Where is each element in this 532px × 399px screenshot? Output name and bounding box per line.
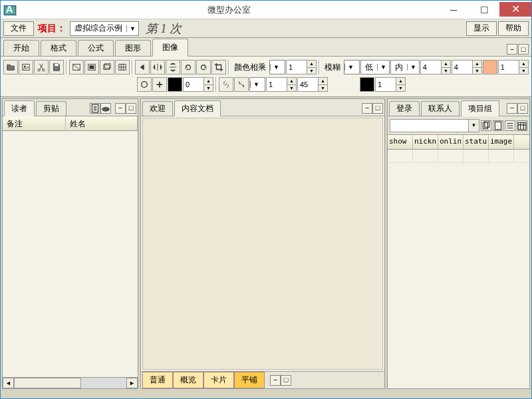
maximize-button[interactable]: ☐ bbox=[469, 2, 499, 18]
scroll-left-icon[interactable]: ◄ bbox=[3, 378, 14, 388]
col-nickname[interactable]: nickn bbox=[413, 135, 438, 149]
blur-combo[interactable]: ▼ bbox=[344, 60, 360, 74]
blur-level-combo[interactable]: 低▼ bbox=[360, 60, 390, 74]
help-button[interactable]: 帮助 bbox=[498, 21, 529, 36]
tab-login[interactable]: 登录 bbox=[389, 101, 420, 116]
filter-combo[interactable]: ▼ bbox=[390, 119, 479, 132]
ribbon: 颜色相乘 ▼ ▲▼ 模糊 ▼ 低▼ 内▼ ▲▼ ▲▼ ▲▼ ▲▼ ▼ ▲▼ ▲▼… bbox=[1, 57, 531, 97]
doc-icon[interactable] bbox=[90, 103, 100, 114]
color-swatch-2[interactable] bbox=[168, 77, 182, 92]
col-name[interactable]: 姓名 bbox=[66, 116, 138, 130]
save-icon[interactable] bbox=[49, 60, 64, 74]
spinner-4a[interactable]: ▲▼ bbox=[420, 60, 451, 74]
view-max-button[interactable]: □ bbox=[281, 375, 291, 386]
svg-point-4 bbox=[38, 69, 41, 72]
calendar-icon[interactable] bbox=[517, 120, 527, 131]
tab-format[interactable]: 格式 bbox=[41, 40, 76, 56]
app-icon: A bbox=[3, 3, 17, 17]
contrast-icon[interactable] bbox=[69, 60, 84, 74]
open-icon[interactable] bbox=[3, 60, 18, 74]
view-normal[interactable]: 普通 bbox=[142, 372, 173, 388]
mid-min-button[interactable]: − bbox=[362, 103, 372, 114]
tab-start[interactable]: 开始 bbox=[3, 40, 39, 56]
mid-content bbox=[142, 118, 383, 370]
flip-h-icon[interactable] bbox=[150, 60, 165, 74]
dropdown-arrow-icon: ▼ bbox=[126, 25, 138, 32]
brightness-icon[interactable] bbox=[84, 60, 99, 74]
spinner-1a[interactable]: ▲▼ bbox=[498, 60, 529, 74]
spinner-0[interactable]: ▲▼ bbox=[183, 77, 213, 92]
svg-rect-6 bbox=[55, 64, 58, 66]
right-min-button[interactable]: − bbox=[507, 103, 517, 114]
right-content bbox=[388, 163, 529, 388]
circle-icon[interactable] bbox=[137, 77, 152, 92]
tab-image[interactable]: 图像 bbox=[152, 39, 188, 57]
color-swatch-1[interactable] bbox=[483, 60, 497, 74]
tab-clipboard[interactable]: 剪贴 bbox=[36, 101, 66, 116]
link-combo[interactable]: ▼ bbox=[249, 77, 265, 92]
col-status[interactable]: statu bbox=[464, 135, 489, 149]
minimize-button[interactable]: ─ bbox=[438, 2, 469, 18]
svg-point-13 bbox=[142, 82, 148, 88]
close-button[interactable]: ✕ bbox=[499, 2, 531, 17]
tab-formula[interactable]: 公式 bbox=[78, 40, 114, 56]
copy-icon[interactable] bbox=[481, 120, 491, 131]
paste-icon[interactable] bbox=[493, 120, 503, 131]
tab-content-doc[interactable]: 内容文档 bbox=[174, 100, 221, 116]
main-tabs: 开始 格式 公式 图形 图像 − □ bbox=[1, 38, 531, 57]
tab-project-group[interactable]: 项目组 bbox=[461, 100, 499, 116]
view-card[interactable]: 卡片 bbox=[203, 372, 234, 388]
right-panel: 登录 联系人 项目组 − □ ▼ show nickn onlin statu … bbox=[387, 98, 530, 389]
layer-icon[interactable] bbox=[100, 60, 114, 74]
spinner-4b[interactable]: ▲▼ bbox=[452, 60, 482, 74]
grid-icon[interactable] bbox=[115, 60, 130, 74]
inner-combo[interactable]: 内▼ bbox=[390, 60, 420, 74]
view-tabs: 普通 概览 卡片 平铺 − □ bbox=[141, 371, 384, 388]
left-table-header: 备注 姓名 bbox=[3, 116, 138, 131]
svg-rect-16 bbox=[483, 122, 487, 128]
display-button[interactable]: 显示 bbox=[466, 21, 497, 36]
rotate-cw-icon[interactable] bbox=[196, 60, 211, 74]
color-swatch-3[interactable] bbox=[360, 77, 374, 92]
tab-reader[interactable]: 读者 bbox=[4, 100, 35, 116]
plus-icon[interactable] bbox=[152, 77, 167, 92]
mid-max-button[interactable]: □ bbox=[372, 103, 383, 114]
play-icon[interactable] bbox=[135, 60, 150, 74]
flip-v-icon[interactable] bbox=[166, 60, 180, 74]
spinner-1b[interactable]: ▲▼ bbox=[266, 77, 297, 92]
color-mult-spinner[interactable]: ▲▼ bbox=[286, 60, 317, 74]
link-icon[interactable] bbox=[219, 77, 233, 92]
left-content bbox=[3, 131, 138, 377]
cut-icon[interactable] bbox=[34, 60, 49, 74]
panel-max-button[interactable]: □ bbox=[518, 44, 529, 55]
file-menu[interactable]: 文件 bbox=[3, 21, 34, 36]
col-online[interactable]: onlin bbox=[438, 135, 464, 149]
crop-icon[interactable] bbox=[211, 60, 226, 74]
left-min-button[interactable]: − bbox=[115, 103, 126, 114]
right-grid-header: show nickn onlin statu image bbox=[388, 135, 529, 150]
right-max-button[interactable]: □ bbox=[517, 103, 528, 114]
scroll-right-icon[interactable]: ► bbox=[126, 378, 138, 388]
image-icon[interactable] bbox=[19, 60, 33, 74]
col-image[interactable]: image bbox=[489, 135, 514, 149]
col-remark[interactable]: 备注 bbox=[3, 116, 66, 130]
view-min-button[interactable]: − bbox=[270, 375, 281, 386]
spinner-1c[interactable]: ▲▼ bbox=[375, 77, 406, 92]
spinner-45[interactable]: ▲▼ bbox=[297, 77, 328, 92]
view-overview[interactable]: 概览 bbox=[173, 372, 203, 388]
panel-min-button[interactable]: − bbox=[507, 44, 517, 55]
tab-welcome[interactable]: 欢迎 bbox=[142, 101, 173, 116]
tab-graphics[interactable]: 图形 bbox=[115, 40, 151, 56]
rotate-ccw-icon[interactable] bbox=[181, 60, 196, 74]
color-mult-combo[interactable]: ▼ bbox=[269, 60, 285, 74]
unlink-icon[interactable] bbox=[234, 77, 249, 92]
view-tile[interactable]: 平铺 bbox=[234, 372, 265, 388]
tab-contacts[interactable]: 联系人 bbox=[421, 101, 460, 116]
left-max-button[interactable]: □ bbox=[126, 103, 136, 114]
disk-icon[interactable] bbox=[100, 103, 111, 114]
left-scrollbar[interactable]: ◄ ► bbox=[3, 377, 138, 388]
project-select[interactable]: 虚拟综合示例 ▼ bbox=[70, 21, 139, 36]
list-icon[interactable] bbox=[505, 120, 515, 131]
col-show[interactable]: show bbox=[388, 135, 413, 149]
scroll-thumb[interactable] bbox=[14, 378, 81, 388]
